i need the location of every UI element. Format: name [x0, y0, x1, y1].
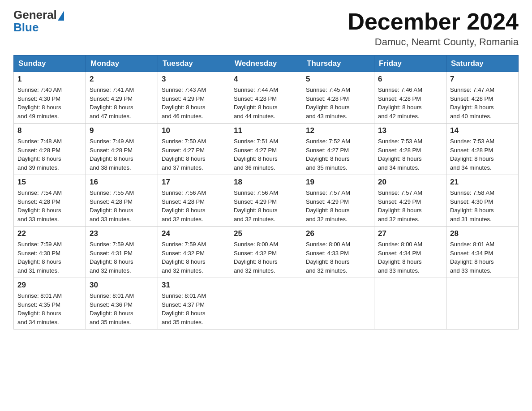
day-number: 3 — [162, 75, 226, 84]
day-number: 4 — [234, 75, 298, 84]
calendar-cell: 15 Sunrise: 7:54 AM Sunset: 4:28 PM Dayl… — [14, 175, 86, 227]
day-info: Sunrise: 7:57 AM Sunset: 4:29 PM Dayligh… — [378, 188, 442, 223]
day-number: 12 — [306, 126, 370, 135]
day-number: 1 — [17, 75, 82, 84]
calendar-cell: 7 Sunrise: 7:47 AM Sunset: 4:28 PM Dayli… — [446, 72, 519, 124]
logo-blue-text: Blue — [13, 21, 39, 34]
day-number: 30 — [90, 281, 154, 290]
day-info: Sunrise: 7:52 AM Sunset: 4:27 PM Dayligh… — [306, 137, 370, 172]
day-number: 23 — [90, 229, 154, 238]
day-info: Sunrise: 7:53 AM Sunset: 4:28 PM Dayligh… — [450, 137, 515, 172]
logo-general-text: General — [13, 9, 57, 21]
day-info: Sunrise: 7:43 AM Sunset: 4:29 PM Dayligh… — [162, 86, 226, 120]
day-number: 5 — [306, 75, 370, 84]
day-number: 21 — [450, 178, 515, 187]
weekday-header-friday: Friday — [374, 56, 446, 72]
location-title: Damuc, Neamt County, Romania — [348, 36, 519, 48]
calendar-cell: 25 Sunrise: 8:00 AM Sunset: 4:32 PM Dayl… — [230, 227, 302, 278]
weekday-header-saturday: Saturday — [446, 56, 519, 72]
day-number: 22 — [17, 229, 82, 238]
calendar-cell: 31 Sunrise: 8:01 AM Sunset: 4:37 PM Dayl… — [158, 278, 230, 330]
weekday-header-sunday: Sunday — [14, 56, 86, 72]
calendar-cell: 18 Sunrise: 7:56 AM Sunset: 4:29 PM Dayl… — [230, 175, 302, 227]
calendar-cell: 19 Sunrise: 7:57 AM Sunset: 4:29 PM Dayl… — [302, 175, 374, 227]
calendar-cell: 27 Sunrise: 8:00 AM Sunset: 4:34 PM Dayl… — [374, 227, 446, 278]
day-info: Sunrise: 8:01 AM Sunset: 4:35 PM Dayligh… — [17, 291, 82, 326]
week-row-2: 8 Sunrise: 7:48 AM Sunset: 4:28 PM Dayli… — [14, 124, 519, 175]
title-area: December 2024 Damuc, Neamt County, Roman… — [348, 9, 519, 48]
calendar-cell: 8 Sunrise: 7:48 AM Sunset: 4:28 PM Dayli… — [14, 124, 86, 175]
day-number: 28 — [450, 229, 515, 238]
day-info: Sunrise: 7:59 AM Sunset: 4:31 PM Dayligh… — [90, 240, 154, 275]
calendar-cell: 1 Sunrise: 7:40 AM Sunset: 4:30 PM Dayli… — [14, 72, 86, 124]
day-number: 25 — [234, 229, 298, 238]
day-number: 11 — [234, 126, 298, 135]
calendar-cell: 26 Sunrise: 8:00 AM Sunset: 4:33 PM Dayl… — [302, 227, 374, 278]
day-info: Sunrise: 7:56 AM Sunset: 4:29 PM Dayligh… — [234, 188, 298, 223]
day-number: 16 — [90, 178, 154, 187]
weekday-header-thursday: Thursday — [302, 56, 374, 72]
day-info: Sunrise: 8:01 AM Sunset: 4:37 PM Dayligh… — [162, 291, 226, 326]
month-title: December 2024 — [348, 9, 519, 34]
calendar-cell: 13 Sunrise: 7:53 AM Sunset: 4:28 PM Dayl… — [374, 124, 446, 175]
calendar-cell — [302, 278, 374, 330]
calendar-cell — [446, 278, 519, 330]
calendar-cell: 23 Sunrise: 7:59 AM Sunset: 4:31 PM Dayl… — [86, 227, 158, 278]
day-info: Sunrise: 7:49 AM Sunset: 4:28 PM Dayligh… — [90, 137, 154, 172]
calendar-cell: 4 Sunrise: 7:44 AM Sunset: 4:28 PM Dayli… — [230, 72, 302, 124]
calendar-cell: 14 Sunrise: 7:53 AM Sunset: 4:28 PM Dayl… — [446, 124, 519, 175]
calendar-cell: 5 Sunrise: 7:45 AM Sunset: 4:28 PM Dayli… — [302, 72, 374, 124]
day-info: Sunrise: 7:51 AM Sunset: 4:27 PM Dayligh… — [234, 137, 298, 172]
day-number: 26 — [306, 229, 370, 238]
day-info: Sunrise: 7:44 AM Sunset: 4:28 PM Dayligh… — [234, 86, 298, 120]
day-info: Sunrise: 8:00 AM Sunset: 4:32 PM Dayligh… — [234, 240, 298, 275]
day-info: Sunrise: 8:01 AM Sunset: 4:36 PM Dayligh… — [90, 291, 154, 326]
day-info: Sunrise: 8:00 AM Sunset: 4:34 PM Dayligh… — [378, 240, 442, 275]
calendar-cell: 29 Sunrise: 8:01 AM Sunset: 4:35 PM Dayl… — [14, 278, 86, 330]
day-number: 20 — [378, 178, 442, 187]
weekday-header-row: SundayMondayTuesdayWednesdayThursdayFrid… — [14, 56, 519, 72]
day-info: Sunrise: 7:45 AM Sunset: 4:28 PM Dayligh… — [306, 86, 370, 120]
day-info: Sunrise: 7:59 AM Sunset: 4:30 PM Dayligh… — [17, 240, 82, 275]
day-info: Sunrise: 8:00 AM Sunset: 4:33 PM Dayligh… — [306, 240, 370, 275]
day-info: Sunrise: 7:55 AM Sunset: 4:28 PM Dayligh… — [90, 188, 154, 223]
day-info: Sunrise: 7:48 AM Sunset: 4:28 PM Dayligh… — [17, 137, 82, 172]
day-info: Sunrise: 7:56 AM Sunset: 4:28 PM Dayligh… — [162, 188, 226, 223]
weekday-header-tuesday: Tuesday — [158, 56, 230, 72]
day-info: Sunrise: 7:47 AM Sunset: 4:28 PM Dayligh… — [450, 86, 515, 120]
day-info: Sunrise: 7:46 AM Sunset: 4:28 PM Dayligh… — [378, 86, 442, 120]
calendar-cell — [230, 278, 302, 330]
day-info: Sunrise: 7:58 AM Sunset: 4:30 PM Dayligh… — [450, 188, 515, 223]
week-row-4: 22 Sunrise: 7:59 AM Sunset: 4:30 PM Dayl… — [14, 227, 519, 278]
calendar-cell: 24 Sunrise: 7:59 AM Sunset: 4:32 PM Dayl… — [158, 227, 230, 278]
day-number: 8 — [17, 126, 82, 135]
calendar-cell: 6 Sunrise: 7:46 AM Sunset: 4:28 PM Dayli… — [374, 72, 446, 124]
calendar-cell: 12 Sunrise: 7:52 AM Sunset: 4:27 PM Dayl… — [302, 124, 374, 175]
calendar-table: SundayMondayTuesdayWednesdayThursdayFrid… — [13, 55, 519, 330]
day-info: Sunrise: 8:01 AM Sunset: 4:34 PM Dayligh… — [450, 240, 515, 275]
calendar-cell: 10 Sunrise: 7:50 AM Sunset: 4:27 PM Dayl… — [158, 124, 230, 175]
page-header: General Blue December 2024 Damuc, Neamt … — [13, 9, 519, 48]
day-number: 6 — [378, 75, 442, 84]
calendar-cell: 22 Sunrise: 7:59 AM Sunset: 4:30 PM Dayl… — [14, 227, 86, 278]
day-number: 2 — [90, 75, 154, 84]
weekday-header-monday: Monday — [86, 56, 158, 72]
calendar-cell: 20 Sunrise: 7:57 AM Sunset: 4:29 PM Dayl… — [374, 175, 446, 227]
calendar-cell: 11 Sunrise: 7:51 AM Sunset: 4:27 PM Dayl… — [230, 124, 302, 175]
day-number: 7 — [450, 75, 515, 84]
day-info: Sunrise: 7:40 AM Sunset: 4:30 PM Dayligh… — [17, 86, 82, 120]
day-number: 31 — [162, 281, 226, 290]
week-row-5: 29 Sunrise: 8:01 AM Sunset: 4:35 PM Dayl… — [14, 278, 519, 330]
calendar-cell: 28 Sunrise: 8:01 AM Sunset: 4:34 PM Dayl… — [446, 227, 519, 278]
calendar-cell: 9 Sunrise: 7:49 AM Sunset: 4:28 PM Dayli… — [86, 124, 158, 175]
day-number: 14 — [450, 126, 515, 135]
day-number: 27 — [378, 229, 442, 238]
day-info: Sunrise: 7:50 AM Sunset: 4:27 PM Dayligh… — [162, 137, 226, 172]
calendar-cell: 16 Sunrise: 7:55 AM Sunset: 4:28 PM Dayl… — [86, 175, 158, 227]
day-number: 18 — [234, 178, 298, 187]
day-info: Sunrise: 7:53 AM Sunset: 4:28 PM Dayligh… — [378, 137, 442, 172]
calendar-cell: 2 Sunrise: 7:41 AM Sunset: 4:29 PM Dayli… — [86, 72, 158, 124]
calendar-cell — [374, 278, 446, 330]
day-number: 13 — [378, 126, 442, 135]
week-row-3: 15 Sunrise: 7:54 AM Sunset: 4:28 PM Dayl… — [14, 175, 519, 227]
